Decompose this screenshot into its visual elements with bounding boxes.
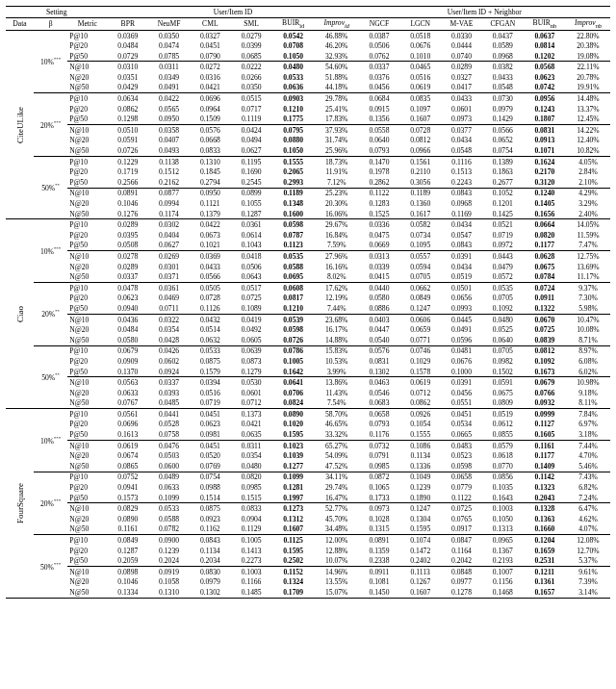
value-cell: 0.0576: [359, 345, 400, 356]
value-cell: 0.0705: [399, 271, 441, 282]
value-cell: 0.1086: [399, 440, 441, 450]
value-cell: 0.0740: [441, 51, 482, 62]
value-cell: 0.1405: [524, 198, 566, 209]
metric-label: N@50: [67, 461, 107, 472]
value-cell: 0.0849: [399, 293, 441, 304]
value-cell: 0.0900: [148, 535, 190, 546]
metric-label: P@10: [67, 472, 107, 482]
value-cell: 0.1247: [399, 503, 441, 514]
value-cell: 0.0877: [148, 188, 190, 198]
value-cell: 0.0515: [231, 93, 272, 104]
value-cell: 0.0770: [482, 461, 524, 472]
value-cell: 0.1485: [231, 587, 272, 598]
value-cell: 0.1429: [482, 114, 524, 124]
value-cell: 3.18%: [566, 429, 610, 440]
value-cell: 12.19%: [315, 293, 359, 304]
value-cell: 0.0849: [107, 535, 148, 546]
metric-label: P@50: [67, 114, 107, 124]
value-cell: 0.0278: [107, 251, 148, 262]
value-cell: 0.0787: [271, 230, 314, 241]
value-cell: 0.0685: [231, 51, 272, 62]
value-cell: 44.18%: [315, 83, 359, 93]
value-cell: 0.0812: [399, 136, 441, 146]
value-cell: 0.0501: [441, 282, 482, 293]
metric-label: P@10: [67, 30, 107, 40]
value-cell: 0.1204: [524, 535, 566, 546]
value-cell: 0.2043: [524, 493, 566, 503]
value-cell: 0.2110: [399, 166, 441, 177]
value-cell: 0.0683: [359, 397, 400, 408]
value-cell: 0.1468: [482, 587, 524, 598]
value-cell: 0.2993: [271, 177, 314, 188]
value-cell: 51.88%: [315, 72, 359, 83]
value-cell: 0.0940: [107, 303, 148, 314]
value-cell: 0.0491: [441, 324, 482, 335]
value-cell: 0.1161: [107, 524, 148, 535]
value-cell: 0.1807: [524, 114, 566, 124]
value-cell: 0.1123: [271, 241, 314, 251]
table-body: CiteULike10%***P@100.03690.03500.03270.0…: [6, 30, 610, 598]
value-cell: 0.1719: [107, 166, 148, 177]
value-cell: 16.17%: [315, 324, 359, 335]
value-cell: 0.0656: [441, 293, 482, 304]
value-cell: 0.0399: [231, 40, 272, 51]
value-cell: 0.1005: [231, 535, 272, 546]
value-cell: 0.0530: [231, 377, 272, 388]
value-cell: 0.0786: [271, 345, 314, 356]
value-cell: 0.0875: [190, 503, 231, 514]
value-cell: 0.0563: [107, 377, 148, 388]
value-cell: 0.0506: [359, 40, 400, 51]
value-cell: 0.1656: [524, 209, 566, 219]
value-cell: 0.0754: [190, 472, 231, 482]
value-cell: 0.0612: [482, 420, 524, 430]
value-cell: 0.0311: [148, 62, 190, 72]
value-cell: 0.0476: [148, 440, 190, 450]
value-cell: 0.0890: [271, 409, 314, 420]
value-cell: 0.0619: [399, 83, 441, 93]
value-cell: 0.1043: [231, 241, 272, 251]
value-cell: 7.44%: [315, 303, 359, 314]
hdr-data: Data: [6, 17, 34, 30]
value-cell: 12.08%: [566, 535, 610, 546]
value-cell: 14.96%: [315, 566, 359, 576]
value-cell: 0.0726: [271, 335, 314, 345]
value-cell: 0.0674: [107, 450, 148, 461]
value-cell: 0.0465: [399, 62, 441, 72]
value-cell: 0.0767: [107, 397, 148, 408]
value-cell: 0.0451: [190, 40, 231, 51]
value-cell: 0.0395: [107, 230, 148, 241]
value-cell: 0.0993: [441, 303, 482, 314]
hdr-col: CML: [190, 17, 231, 30]
value-cell: 6.47%: [566, 503, 610, 514]
value-cell: 0.0712: [231, 397, 272, 408]
value-cell: 0.0833: [190, 145, 231, 156]
value-cell: 14.05%: [566, 219, 610, 230]
value-cell: 0.0542: [271, 30, 314, 40]
metric-label: N@10: [67, 125, 107, 136]
value-cell: 0.0956: [524, 93, 566, 104]
value-cell: 0.1169: [441, 209, 482, 219]
value-cell: 0.0973: [359, 503, 400, 514]
value-cell: 19.91%: [566, 83, 610, 93]
value-cell: 0.0514: [190, 324, 231, 335]
metric-label: P@10: [67, 156, 107, 166]
value-cell: 0.1020: [271, 420, 314, 430]
hdr-β: β: [34, 17, 67, 30]
metric-label: P@10: [67, 282, 107, 293]
value-cell: 0.1360: [399, 198, 441, 209]
value-cell: 0.0339: [359, 262, 400, 272]
value-cell: 45.70%: [315, 514, 359, 524]
beta-label: 20%***: [34, 472, 67, 535]
metric-label: P@50: [67, 241, 107, 251]
value-cell: 8.97%: [566, 345, 610, 356]
value-cell: 0.1413: [231, 546, 272, 556]
value-cell: 0.0985: [231, 482, 272, 493]
metric-label: P@20: [67, 166, 107, 177]
value-cell: 0.1356: [359, 114, 400, 124]
value-cell: 0.0632: [190, 335, 231, 345]
table-header: SettingUser/Item IDUser/Item ID + Neighb…: [6, 7, 610, 31]
value-cell: 0.1450: [359, 587, 400, 598]
value-cell: 0.0633: [107, 388, 148, 398]
value-cell: 0.0394: [190, 377, 231, 388]
value-cell: 31.74%: [315, 136, 359, 146]
